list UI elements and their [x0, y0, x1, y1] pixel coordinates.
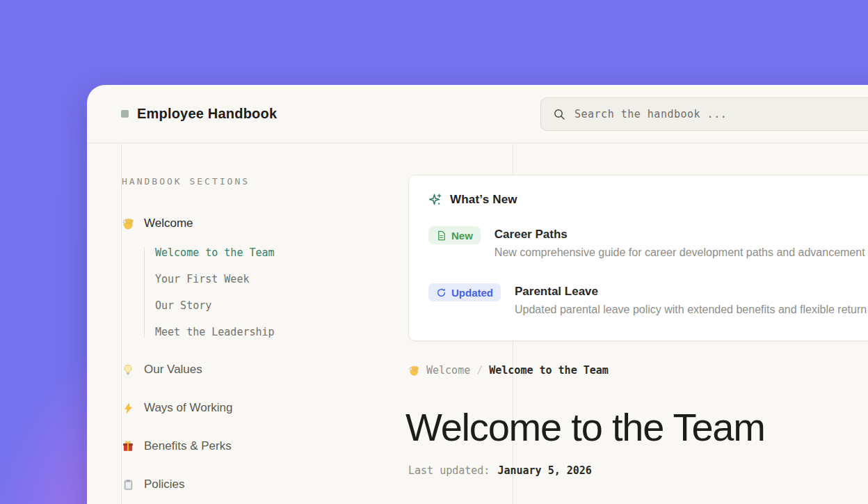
whats-new-item-title: Parental Leave [515, 283, 867, 299]
lightbulb-icon [121, 363, 135, 376]
brand: Employee Handbook [121, 106, 277, 122]
last-updated-value: January 5, 2026 [497, 464, 591, 477]
wave-icon [121, 217, 135, 230]
app-title: Employee Handbook [137, 106, 277, 122]
logo-square-icon [121, 110, 129, 118]
clipboard-icon [121, 479, 135, 491]
badge-label: New [451, 230, 473, 242]
sidebar-item-label: Policies [144, 478, 185, 491]
whats-new-item-parental-leave[interactable]: Updated Parental Leave Updated parental … [428, 283, 868, 316]
whats-new-item-description: Updated parental leave policy with exten… [515, 304, 867, 316]
whats-new-card: What’s New New Career Paths New comprehe… [408, 175, 868, 341]
document-icon [436, 230, 447, 241]
sidebar-item-label: Ways of Working [144, 401, 233, 415]
breadcrumb-separator: / [476, 364, 483, 377]
sidebar-item-label: Welcome [144, 216, 193, 230]
whats-new-item-text: Parental Leave Updated parental leave po… [515, 283, 867, 316]
lightning-icon [121, 402, 135, 414]
badge-new: New [428, 226, 481, 244]
header: Employee Handbook [87, 85, 868, 143]
app-window: Employee Handbook HANDBOOK SECTIONS [87, 85, 868, 504]
whats-new-title: What’s New [450, 193, 517, 207]
sparkles-icon [428, 193, 442, 207]
search-input[interactable] [574, 108, 868, 120]
page-title: Welcome to the Team [405, 404, 765, 450]
last-updated-label: Last updated: [408, 464, 490, 477]
sidebar-item-policies[interactable]: Policies [121, 475, 507, 494]
whats-new-item-text: Career Paths New comprehensive guide for… [495, 226, 865, 259]
whats-new-header: What’s New [428, 193, 868, 207]
search-icon [553, 108, 565, 120]
badge-updated: Updated [428, 283, 501, 301]
search-bar[interactable] [540, 97, 868, 131]
refresh-icon [436, 288, 447, 298]
whats-new-item-career-paths[interactable]: New Career Paths New comprehensive guide… [428, 226, 868, 259]
sidebar-item-label: Benefits & Perks [144, 439, 232, 453]
last-updated: Last updated: January 5, 2026 [408, 464, 592, 477]
whats-new-item-description: New comprehensive guide for career devel… [495, 246, 865, 259]
badge-label: Updated [451, 287, 493, 299]
breadcrumb-section[interactable]: Welcome [426, 364, 470, 377]
breadcrumb-page: Welcome to the Team [489, 364, 609, 377]
sidebar-item-label: Our Values [144, 363, 202, 377]
wave-icon [408, 365, 420, 377]
gift-icon [121, 440, 135, 452]
breadcrumb: Welcome / Welcome to the Team [408, 364, 609, 377]
whats-new-item-title: Career Paths [495, 226, 865, 242]
